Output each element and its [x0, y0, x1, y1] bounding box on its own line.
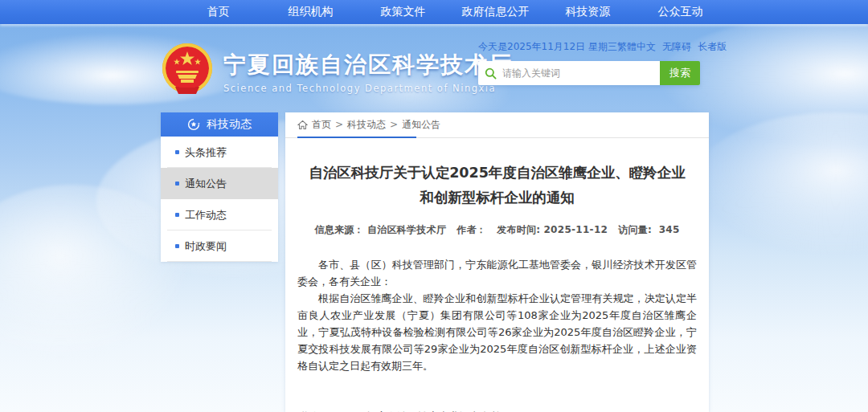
article-title: 自治区科技厅关于认定2025年度自治区雏鹰企业、瞪羚企业和创新型标杆企业的通知: [309, 161, 686, 210]
meta-visits-label: 访问量:: [618, 224, 652, 235]
nav-item-tech-resources[interactable]: 科技资源: [542, 5, 634, 19]
meta-source-label: 信息来源：: [314, 224, 364, 235]
attachments-section: 附件： 1.2025年度自治区雏鹰企业认定名单 2.2025年度自治区瞪羚企业认…: [297, 408, 697, 412]
sidebar: 科技动态 头条推荐 通知公告 工作动态 时政要闻: [161, 112, 278, 262]
sidebar-header: 科技动态: [161, 112, 278, 137]
nav-item-home[interactable]: 首页: [172, 5, 264, 19]
sidebar-item-headlines[interactable]: 头条推荐: [161, 137, 278, 168]
breadcrumb-tech-news[interactable]: 科技动态: [347, 118, 386, 132]
search-icon: [485, 67, 497, 80]
cloud-decoration: [691, 112, 868, 257]
national-emblem-logo: [161, 42, 214, 100]
nav-item-organization[interactable]: 组织机构: [264, 5, 357, 19]
nav-item-policy-documents[interactable]: 政策文件: [357, 5, 449, 19]
meta-source: 自治区科学技术厅: [367, 224, 446, 235]
current-date: 今天是2025年11月12日 星期三: [478, 40, 617, 54]
nav-item-government-info[interactable]: 政府信息公开: [449, 5, 542, 19]
breadcrumb-notices[interactable]: 通知公告: [402, 118, 440, 132]
bullet-icon: [175, 213, 179, 217]
meta-publish-label: 发布时间:: [497, 224, 540, 235]
search-input[interactable]: [502, 67, 653, 79]
site-header: 宁夏回族自治区科学技术厅 Science and Technology Depa…: [161, 42, 513, 100]
bullet-icon: [175, 244, 179, 248]
link-accessibility[interactable]: 无障碍: [662, 40, 691, 54]
sidebar-item-notices[interactable]: 通知公告: [161, 168, 278, 199]
star-circle-icon: [187, 118, 200, 131]
meta-publish-date: 2025-11-12: [543, 224, 608, 235]
article-body: 各市、县（区）科技管理部门，宁东能源化工基地管委会，银川经济技术开发区管委会，各…: [297, 256, 697, 374]
article-paragraph: 各市、县（区）科技管理部门，宁东能源化工基地管委会，银川经济技术开发区管委会，各…: [297, 256, 697, 290]
search-button[interactable]: 搜索: [660, 61, 700, 85]
top-navigation: 首页 组织机构 政策文件 政府信息公开 科技资源 公众互动: [0, 0, 868, 24]
sidebar-item-work-updates[interactable]: 工作动态: [161, 199, 278, 230]
article-meta: 信息来源：自治区科学技术厅 作者： 发布时间:2025-11-12 访问量: 3…: [297, 223, 697, 237]
bullet-icon: [175, 182, 179, 186]
attachment-link-1[interactable]: 1.2025年度自治区雏鹰企业认定名单: [329, 408, 533, 412]
meta-visits: 345: [659, 224, 680, 235]
breadcrumb-home[interactable]: 首页: [312, 118, 331, 132]
nav-item-public-interaction[interactable]: 公众互动: [634, 5, 727, 19]
breadcrumb-divider: [285, 137, 709, 138]
article-paragraph: 根据自治区雏鹰企业、瞪羚企业和创新型标杆企业认定管理有关规定，决定认定半亩良人农…: [297, 290, 697, 374]
site-title: 宁夏回族自治区科学技术厅 Science and Technology Depa…: [223, 42, 513, 93]
home-icon: [297, 120, 308, 130]
link-elderly-version[interactable]: 长者版: [698, 40, 727, 54]
bullet-icon: [175, 150, 179, 154]
search-box: [478, 61, 660, 85]
main-content-panel: 首页 > 科技动态 > 通知公告 自治区科技厅关于认定2025年度自治区雏鹰企业…: [285, 112, 709, 412]
breadcrumb: 首页 > 科技动态 > 通知公告: [297, 112, 697, 137]
meta-author-label: 作者：: [457, 224, 486, 235]
link-traditional-chinese[interactable]: 繁體中文: [617, 40, 656, 54]
sidebar-title: 科技动态: [207, 117, 252, 132]
site-subtitle: Science and Technology Department of Nin…: [223, 84, 513, 94]
attachments-label: 附件：: [297, 408, 329, 412]
header-utility-area: 今天是2025年11月12日 星期三 繁體中文 无障碍 长者版 搜索: [478, 40, 700, 85]
sidebar-item-political-news[interactable]: 时政要闻: [161, 230, 278, 262]
